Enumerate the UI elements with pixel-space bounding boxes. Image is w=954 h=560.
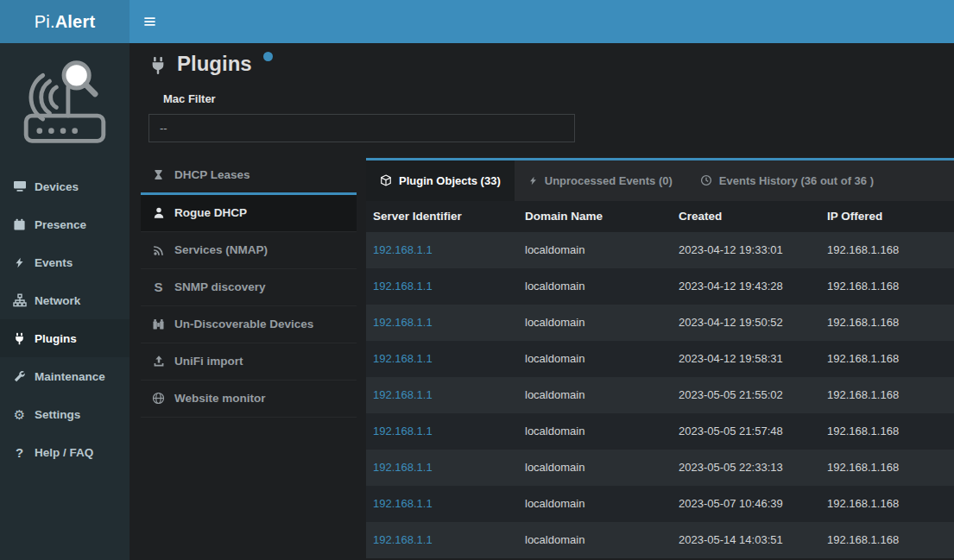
created-cell: 2023-04-12 19:58:31 bbox=[672, 341, 820, 377]
network-icon bbox=[12, 293, 27, 307]
ip-offered-cell: 192.168.1.168 bbox=[820, 268, 954, 305]
table-row: 192.168.1.1 localdomain 2023-04-12 19:43… bbox=[366, 268, 954, 305]
question-icon: ? bbox=[12, 446, 27, 459]
sidebar-item-help-faq[interactable]: ? Help / FAQ bbox=[0, 433, 130, 471]
hourglass-icon bbox=[151, 168, 166, 181]
clock-icon bbox=[700, 174, 712, 186]
domain-name-cell: localdomain bbox=[518, 413, 672, 450]
brand-logo[interactable]: Pi.Alert bbox=[0, 0, 130, 43]
created-cell: 2023-05-14 14:03:51 bbox=[672, 522, 820, 558]
monitor-icon bbox=[12, 179, 27, 193]
created-cell: 2023-05-07 10:46:39 bbox=[672, 486, 820, 522]
sidebar-item-label: Settings bbox=[35, 408, 80, 421]
tab-unprocessed-events[interactable]: Unprocessed Events (0) bbox=[515, 160, 686, 201]
domain-name-cell: localdomain bbox=[518, 450, 672, 486]
bolt-icon bbox=[528, 175, 538, 186]
created-cell: 2023-05-05 21:55:02 bbox=[672, 377, 820, 413]
domain-name-cell: localdomain bbox=[518, 305, 672, 341]
sidebar-item-settings[interactable]: ⚙ Settings bbox=[0, 395, 130, 433]
sidebar-item-devices[interactable]: Devices bbox=[0, 167, 130, 205]
domain-name-cell: localdomain bbox=[518, 232, 672, 268]
table-header-row: Server Identifier Domain Name Created IP… bbox=[366, 201, 954, 232]
plugin-nav-item-rogue-dhcp[interactable]: Rogue DHCP bbox=[141, 195, 357, 232]
plugin-nav-label: Services (NMAP) bbox=[174, 243, 268, 256]
created-cell: 2023-05-05 22:33:13 bbox=[672, 450, 820, 486]
brand-text-bold: Alert bbox=[55, 12, 96, 32]
plugin-nav-item-undiscoverable-devices[interactable]: Un-Discoverable Devices bbox=[141, 306, 357, 343]
plugin-nav-item-dhcp-leases[interactable]: DHCP Leases bbox=[141, 158, 357, 195]
column-header-server-identifier[interactable]: Server Identifier bbox=[366, 201, 518, 232]
plugin-nav: DHCP Leases Rogue DHCP Services (NMAP) S… bbox=[141, 158, 357, 418]
sidebar-item-label: Devices bbox=[35, 180, 79, 193]
app-logo-image bbox=[0, 43, 130, 160]
domain-name-cell: localdomain bbox=[518, 268, 672, 305]
bolt-icon bbox=[12, 256, 27, 269]
tab-label: Events History (36 out of 36 ) bbox=[719, 174, 874, 187]
sidebar-item-plugins[interactable]: Plugins bbox=[0, 319, 130, 357]
plugin-nav-item-snmp-discovery[interactable]: S SNMP discovery bbox=[141, 269, 357, 306]
server-identifier-link[interactable]: 192.168.1.1 bbox=[366, 413, 518, 450]
domain-name-cell: localdomain bbox=[518, 377, 672, 413]
plugin-nav-item-unifi-import[interactable]: UniFi import bbox=[141, 343, 357, 381]
tab-label: Unprocessed Events (0) bbox=[545, 174, 673, 187]
top-nav bbox=[130, 0, 954, 43]
snmp-s-icon: S bbox=[151, 280, 166, 293]
ip-offered-cell: 192.168.1.168 bbox=[820, 341, 954, 377]
domain-name-cell: localdomain bbox=[518, 341, 672, 377]
cube-icon bbox=[380, 174, 392, 186]
domain-name-cell: localdomain bbox=[518, 522, 672, 558]
plugin-nav-item-services-nmap[interactable]: Services (NMAP) bbox=[141, 232, 357, 269]
gear-icon: ⚙ bbox=[12, 408, 27, 421]
table-row: 192.168.1.1 localdomain 2023-05-14 14:03… bbox=[366, 522, 954, 558]
binoculars-icon bbox=[151, 318, 166, 330]
sidebar-item-label: Plugins bbox=[35, 332, 77, 345]
ip-offered-cell: 192.168.1.168 bbox=[820, 413, 954, 450]
server-identifier-link[interactable]: 192.168.1.1 bbox=[366, 268, 518, 305]
sidebar-item-network[interactable]: Network bbox=[0, 281, 130, 319]
tab-label: Plugin Objects (33) bbox=[399, 174, 501, 187]
server-identifier-link[interactable]: 192.168.1.1 bbox=[366, 486, 518, 522]
server-identifier-link[interactable]: 192.168.1.1 bbox=[366, 450, 518, 486]
server-identifier-link[interactable]: 192.168.1.1 bbox=[366, 377, 518, 413]
plugin-nav-item-website-monitor[interactable]: Website monitor bbox=[141, 381, 357, 418]
ip-offered-cell: 192.168.1.168 bbox=[820, 450, 954, 486]
server-identifier-link[interactable]: 192.168.1.1 bbox=[366, 305, 518, 341]
top-bar: Pi.Alert bbox=[0, 0, 954, 43]
plug-icon bbox=[12, 332, 27, 345]
sidebar-item-events[interactable]: Events bbox=[0, 243, 130, 281]
brand-text-pre: Pi. bbox=[35, 12, 55, 32]
sidebar-item-label: Network bbox=[35, 294, 80, 307]
mac-filter-input[interactable] bbox=[148, 114, 575, 142]
plugin-nav-label: SNMP discovery bbox=[174, 280, 266, 293]
info-badge[interactable] bbox=[263, 52, 273, 61]
ip-offered-cell: 192.168.1.168 bbox=[820, 486, 954, 522]
sidebar-item-label: Events bbox=[35, 256, 73, 269]
table-row: 192.168.1.1 localdomain 2023-05-07 10:46… bbox=[366, 486, 954, 522]
plugin-nav-label: UniFi import bbox=[174, 355, 243, 368]
created-cell: 2023-04-12 19:43:28 bbox=[672, 268, 820, 305]
table-row: 192.168.1.1 localdomain 2023-04-12 19:33… bbox=[366, 232, 954, 268]
column-header-domain-name[interactable]: Domain Name bbox=[518, 201, 672, 232]
server-identifier-link[interactable]: 192.168.1.1 bbox=[366, 232, 518, 268]
sidebar-item-label: Help / FAQ bbox=[35, 446, 93, 459]
sidebar-item-label: Presence bbox=[35, 218, 86, 231]
hamburger-menu-icon[interactable] bbox=[130, 0, 169, 43]
column-header-created[interactable]: Created bbox=[672, 201, 820, 232]
ip-offered-cell: 192.168.1.168 bbox=[820, 522, 954, 558]
tab-events-history[interactable]: Events History (36 out of 36 ) bbox=[686, 160, 888, 201]
sidebar-item-label: Maintenance bbox=[35, 370, 105, 383]
sidebar-item-presence[interactable]: Presence bbox=[0, 205, 130, 243]
column-header-ip-offered[interactable]: IP Offered bbox=[820, 201, 954, 232]
plugin-objects-table: Server Identifier Domain Name Created IP… bbox=[366, 201, 954, 558]
created-cell: 2023-05-05 21:57:48 bbox=[672, 413, 820, 450]
sidebar-item-maintenance[interactable]: Maintenance bbox=[0, 357, 130, 395]
table-row: 192.168.1.1 localdomain 2023-04-12 19:50… bbox=[366, 305, 954, 341]
tab-plugin-objects[interactable]: Plugin Objects (33) bbox=[366, 160, 515, 201]
plugin-nav-label: Website monitor bbox=[174, 392, 266, 405]
page-header: Plugins bbox=[141, 52, 954, 77]
main-content: Plugins Mac Filter DHCP Leases Rogue DHC… bbox=[130, 43, 954, 560]
domain-name-cell: localdomain bbox=[518, 486, 672, 522]
server-identifier-link[interactable]: 192.168.1.1 bbox=[366, 341, 518, 377]
server-identifier-link[interactable]: 192.168.1.1 bbox=[366, 522, 518, 558]
wrench-icon bbox=[12, 370, 27, 383]
